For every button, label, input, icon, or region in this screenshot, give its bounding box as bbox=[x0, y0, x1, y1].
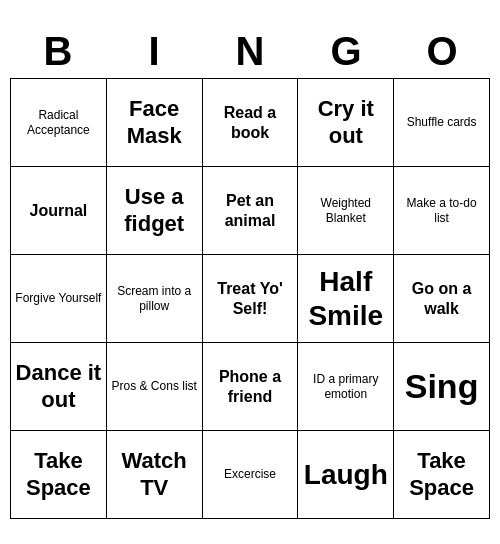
bingo-card: B I N G O Radical AcceptanceFace MaskRea… bbox=[10, 25, 490, 519]
cell-text-4: Shuffle cards bbox=[407, 115, 477, 129]
cell-text-23: Laugh bbox=[304, 458, 388, 492]
header-o: O bbox=[394, 25, 490, 78]
bingo-grid: Radical AcceptanceFace MaskRead a bookCr… bbox=[10, 78, 490, 519]
bingo-cell-15[interactable]: Dance it out bbox=[11, 343, 107, 431]
cell-text-21: Watch TV bbox=[111, 448, 198, 501]
bingo-cell-7[interactable]: Pet an animal bbox=[203, 167, 299, 255]
bingo-cell-18[interactable]: ID a primary emotion bbox=[298, 343, 394, 431]
cell-text-15: Dance it out bbox=[15, 360, 102, 413]
cell-text-14: Go on a walk bbox=[398, 279, 485, 317]
cell-text-17: Phone a friend bbox=[207, 367, 294, 405]
cell-text-11: Scream into a pillow bbox=[111, 284, 198, 313]
cell-text-1: Face Mask bbox=[111, 96, 198, 149]
cell-text-7: Pet an animal bbox=[207, 191, 294, 229]
bingo-cell-12[interactable]: Treat Yo' Self! bbox=[203, 255, 299, 343]
bingo-header: B I N G O bbox=[10, 25, 490, 78]
bingo-cell-13[interactable]: Half Smile bbox=[298, 255, 394, 343]
cell-text-22: Excercise bbox=[224, 467, 276, 481]
cell-text-10: Forgive Yourself bbox=[15, 291, 101, 305]
bingo-cell-14[interactable]: Go on a walk bbox=[394, 255, 490, 343]
bingo-cell-24[interactable]: Take Space bbox=[394, 431, 490, 519]
cell-text-13: Half Smile bbox=[302, 265, 389, 332]
cell-text-19: Sing bbox=[405, 366, 479, 407]
header-i: I bbox=[106, 25, 202, 78]
bingo-cell-16[interactable]: Pros & Cons list bbox=[107, 343, 203, 431]
bingo-cell-1[interactable]: Face Mask bbox=[107, 79, 203, 167]
cell-text-24: Take Space bbox=[398, 448, 485, 501]
bingo-cell-17[interactable]: Phone a friend bbox=[203, 343, 299, 431]
cell-text-8: Weighted Blanket bbox=[302, 196, 389, 225]
bingo-cell-21[interactable]: Watch TV bbox=[107, 431, 203, 519]
bingo-cell-8[interactable]: Weighted Blanket bbox=[298, 167, 394, 255]
bingo-cell-2[interactable]: Read a book bbox=[203, 79, 299, 167]
header-g: G bbox=[298, 25, 394, 78]
cell-text-0: Radical Acceptance bbox=[15, 108, 102, 137]
bingo-cell-4[interactable]: Shuffle cards bbox=[394, 79, 490, 167]
bingo-cell-5[interactable]: Journal bbox=[11, 167, 107, 255]
cell-text-16: Pros & Cons list bbox=[112, 379, 197, 393]
bingo-cell-11[interactable]: Scream into a pillow bbox=[107, 255, 203, 343]
bingo-cell-0[interactable]: Radical Acceptance bbox=[11, 79, 107, 167]
cell-text-6: Use a fidget bbox=[111, 184, 198, 237]
bingo-cell-6[interactable]: Use a fidget bbox=[107, 167, 203, 255]
cell-text-5: Journal bbox=[30, 201, 88, 220]
cell-text-18: ID a primary emotion bbox=[302, 372, 389, 401]
bingo-cell-3[interactable]: Cry it out bbox=[298, 79, 394, 167]
bingo-cell-9[interactable]: Make a to-do list bbox=[394, 167, 490, 255]
cell-text-3: Cry it out bbox=[302, 96, 389, 149]
cell-text-9: Make a to-do list bbox=[398, 196, 485, 225]
cell-text-2: Read a book bbox=[207, 103, 294, 141]
bingo-cell-10[interactable]: Forgive Yourself bbox=[11, 255, 107, 343]
header-n: N bbox=[202, 25, 298, 78]
bingo-cell-19[interactable]: Sing bbox=[394, 343, 490, 431]
header-b: B bbox=[10, 25, 106, 78]
bingo-cell-22[interactable]: Excercise bbox=[203, 431, 299, 519]
bingo-cell-23[interactable]: Laugh bbox=[298, 431, 394, 519]
bingo-cell-20[interactable]: Take Space bbox=[11, 431, 107, 519]
cell-text-12: Treat Yo' Self! bbox=[207, 279, 294, 317]
cell-text-20: Take Space bbox=[15, 448, 102, 501]
